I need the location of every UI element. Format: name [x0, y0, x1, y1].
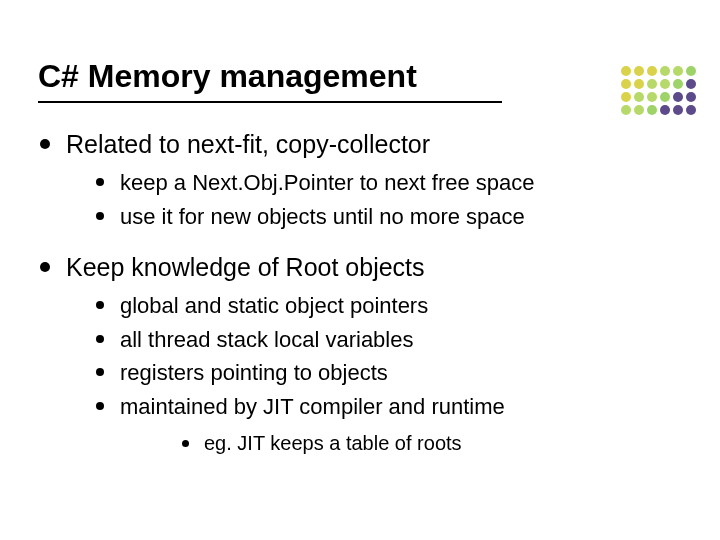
bullet-text: Related to next-fit, copy-collector: [66, 130, 430, 158]
dot-icon: [673, 105, 683, 115]
dot-icon: [660, 66, 670, 76]
slide: C# Memory management Related to next-fit…: [0, 0, 720, 540]
dot-icon: [634, 79, 644, 89]
title-underline: [38, 101, 502, 103]
dot-icon: [660, 92, 670, 102]
sub-bullet-item: use it for new objects until no more spa…: [66, 202, 682, 232]
dot-icon: [660, 105, 670, 115]
dot-icon: [621, 105, 631, 115]
sub-bullet-list: global and static object pointers all th…: [66, 291, 682, 457]
dot-icon: [673, 79, 683, 89]
corner-dots-decoration: [621, 66, 696, 115]
dot-icon: [621, 79, 631, 89]
dot-icon: [686, 79, 696, 89]
sub-bullet-item: maintained by JIT compiler and runtime e…: [66, 392, 682, 457]
dot-icon: [647, 105, 657, 115]
sub-bullet-text: maintained by JIT compiler and runtime: [120, 394, 505, 419]
dot-icon: [673, 66, 683, 76]
dot-icon: [686, 105, 696, 115]
sub-bullet-list: keep a Next.Obj.Pointer to next free spa…: [66, 168, 682, 231]
slide-title: C# Memory management: [38, 58, 682, 95]
dot-icon: [686, 92, 696, 102]
bullet-item: Related to next-fit, copy-collector keep…: [38, 129, 682, 232]
dot-icon: [647, 66, 657, 76]
bullet-item: Keep knowledge of Root objects global an…: [38, 252, 682, 457]
sub-bullet-item: keep a Next.Obj.Pointer to next free spa…: [66, 168, 682, 198]
bullet-list: Related to next-fit, copy-collector keep…: [38, 129, 682, 457]
dot-icon: [621, 92, 631, 102]
sub-bullet-item: registers pointing to objects: [66, 358, 682, 388]
dot-icon: [621, 66, 631, 76]
sub-bullet-item: all thread stack local variables: [66, 325, 682, 355]
sub-sub-bullet-item: eg. JIT keeps a table of roots: [120, 430, 682, 457]
dot-icon: [660, 79, 670, 89]
dot-icon: [647, 79, 657, 89]
dot-icon: [673, 92, 683, 102]
sub-sub-bullet-list: eg. JIT keeps a table of roots: [120, 430, 682, 457]
dot-icon: [634, 66, 644, 76]
bullet-text: Keep knowledge of Root objects: [66, 253, 425, 281]
dot-icon: [634, 105, 644, 115]
dot-icon: [647, 92, 657, 102]
sub-bullet-item: global and static object pointers: [66, 291, 682, 321]
dot-icon: [634, 92, 644, 102]
dot-icon: [686, 66, 696, 76]
